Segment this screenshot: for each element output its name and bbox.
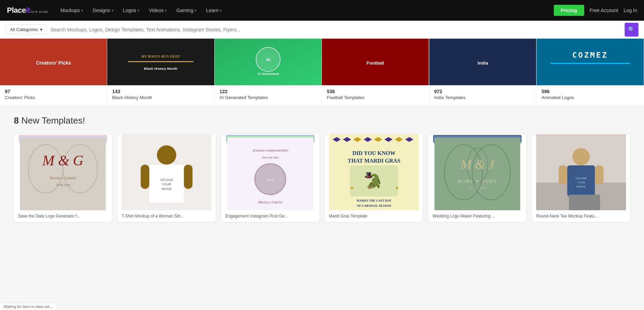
svg-rect-80 [559, 165, 567, 184]
svg-text:India: India [478, 60, 488, 66]
template-image: DID YOU KNOW THAT MARDI GRAS 🐊 🎩 ★ ★ MAR… [325, 134, 423, 210]
logo[interactable]: Placeit by ⊕ envato [7, 6, 48, 15]
svg-rect-81 [595, 165, 604, 184]
svg-text:UPLOAD: UPLOAD [160, 178, 173, 182]
category-card-india[interactable]: India 972 India Templates [429, 39, 536, 105]
nav-items: Mockups ▾ Designs ▾ Logos ▾ Videos ▾ Gam… [56, 5, 554, 16]
template-label: Save the Date Logo Generator f... [14, 210, 112, 222]
svg-text:¡Estamos comprometidos!: ¡Estamos comprometidos! [252, 148, 288, 152]
svg-text:OF CARNIVAL SEASON: OF CARNIVAL SEASON [357, 204, 391, 207]
nav-logos[interactable]: Logos ▾ [119, 5, 143, 16]
chevron-down-icon: ▾ [40, 27, 43, 32]
svg-text:MARY & JOHN: MARY & JOHN [458, 179, 497, 184]
template-card-tshirt-woman[interactable]: UPLOAD YOUR IMAGE T-Shirt Mockup of a Wo… [118, 134, 216, 222]
chevron-down-icon: ▾ [220, 9, 222, 12]
svg-text:Creators' Picks: Creators' Picks [36, 60, 71, 66]
svg-rect-82 [569, 195, 600, 210]
template-image: UPLOAD YOUR IMAGE [118, 134, 216, 210]
category-card-ai-templates[interactable]: AI AI Generated 122 AI Generated Templat… [215, 39, 322, 105]
nav-mockups[interactable]: Mockups ▾ [56, 5, 87, 16]
template-card-mardi-gras[interactable]: DID YOU KNOW THAT MARDI GRAS 🐊 🎩 ★ ★ MAR… [325, 134, 423, 222]
logo-text: Placeit [7, 6, 30, 15]
category-image: MY ROOTS RUN DEEP Black History Month [107, 39, 214, 85]
svg-rect-65 [435, 138, 520, 210]
template-label: Round-Neck Tee Mockup Featu... [532, 210, 630, 222]
template-card-engagement[interactable]: ¡Estamos comprometidos! Save the date Ph… [221, 134, 319, 222]
category-count: 143 [112, 89, 209, 94]
category-card-black-history[interactable]: MY ROOTS RUN DEEP Black History Month 14… [107, 39, 214, 105]
nav-videos[interactable]: Videos ▾ [145, 5, 171, 16]
template-image: ¡Estamos comprometidos! Save the date Ph… [221, 134, 319, 210]
navbar: Placeit by ⊕ envato Mockups ▾ Designs ▾ … [0, 0, 644, 21]
svg-text:19.08.2030: 19.08.2030 [56, 183, 70, 187]
category-count: 596 [541, 89, 639, 94]
category-name: Football Templates [327, 95, 424, 100]
category-image: AI AI Generated [215, 39, 321, 85]
svg-text:IMAGE: IMAGE [161, 187, 171, 191]
svg-rect-33 [141, 165, 149, 189]
search-button[interactable]: 🔍 [625, 23, 638, 37]
template-image: M & J MARY & JOHN 01 · 21 · 2045 [428, 134, 526, 210]
template-image: UPLOAD YOUR IMAGE [532, 134, 630, 210]
svg-text:01 · 21 · 2045: 01 · 21 · 2045 [469, 186, 486, 190]
category-count: 97 [5, 89, 102, 94]
svg-text:AI Generated: AI Generated [258, 72, 279, 76]
chevron-down-icon: ▾ [112, 9, 113, 12]
section-title: 8 New Templates! [14, 115, 630, 126]
category-info: 97 Creators' Picks [0, 85, 107, 105]
category-info: 972 India Templates [429, 85, 536, 105]
svg-text:MARKS THE LAST DAY: MARKS THE LAST DAY [356, 199, 392, 202]
nav-gaming[interactable]: Gaming ▾ [172, 5, 200, 16]
category-info: 536 Football Templates [322, 85, 429, 105]
svg-text:DID YOU KNOW: DID YOU KNOW [352, 150, 395, 156]
category-card-football[interactable]: Football 536 Football Templates [322, 39, 429, 105]
pricing-button[interactable]: Pricing [554, 5, 584, 16]
chevron-down-icon: ▾ [138, 9, 139, 12]
template-label: Wedding Logo Maker Featuring ... [428, 210, 526, 222]
category-label: All Categories [10, 27, 38, 32]
category-info: 122 AI Generated Templates [215, 85, 321, 105]
chevron-down-icon: ▾ [195, 9, 196, 12]
svg-text:Macias y Gabriel: Macias y Gabriel [258, 200, 282, 204]
search-icon: 🔍 [628, 26, 635, 33]
category-count: 536 [327, 89, 424, 94]
nav-right: Pricing Free Account Log In [554, 5, 637, 16]
svg-rect-5 [128, 61, 194, 62]
svg-rect-17 [551, 63, 630, 64]
svg-text:M & J: M & J [460, 157, 495, 172]
svg-point-75 [572, 148, 590, 165]
logo-sub: by ⊕ envato [31, 10, 48, 13]
svg-text:★: ★ [349, 185, 354, 191]
category-image: Creators' Picks [0, 39, 107, 85]
category-name: Animated Logos [541, 95, 639, 100]
categories-section: Creators' Picks 97 Creators' Picks MY RO… [0, 39, 644, 105]
login-button[interactable]: Log In [624, 8, 637, 13]
category-name: AI Generated Templates [220, 95, 317, 100]
category-image: Football [322, 39, 429, 85]
category-card-creators-picks[interactable]: Creators' Picks 97 Creators' Picks [0, 39, 107, 105]
template-label: T-Shirt Mockup of a Woman Sitt... [118, 210, 216, 222]
svg-text:🎩: 🎩 [364, 171, 373, 179]
category-image: COZMEZ [536, 39, 644, 85]
new-templates-section: 8 New Templates! M & G [0, 105, 644, 232]
svg-text:YOUR: YOUR [162, 183, 171, 186]
svg-text:UPLOAD: UPLOAD [576, 177, 587, 180]
template-card-wedding-logo[interactable]: M & J MARY & JOHN 01 · 21 · 2045 Wedding… [428, 134, 526, 222]
template-card-round-neck[interactable]: UPLOAD YOUR IMAGE Round-Neck Tee Mockup … [532, 134, 630, 222]
svg-text:COZMEZ: COZMEZ [572, 51, 608, 59]
search-input[interactable] [50, 27, 625, 32]
template-card-save-date[interactable]: M & G Macias y Gabriel 19.08.2030 Save t… [14, 134, 112, 222]
category-info: 596 Animated Logos [536, 85, 644, 105]
nav-designs[interactable]: Designs ▾ [88, 5, 118, 16]
nav-learn[interactable]: Learn ▾ [202, 5, 226, 16]
svg-text:IMAGE: IMAGE [577, 185, 586, 188]
svg-text:THAT MARDI GRAS: THAT MARDI GRAS [347, 158, 400, 164]
svg-rect-34 [184, 165, 193, 189]
category-card-animated-logos[interactable]: COZMEZ 596 Animated Logos [536, 39, 644, 105]
category-name: India Templates [434, 95, 531, 100]
svg-text:★: ★ [394, 185, 399, 191]
free-account-button[interactable]: Free Account [590, 8, 618, 13]
category-count: 972 [434, 89, 531, 94]
category-dropdown[interactable]: All Categories ▾ [6, 25, 47, 35]
svg-text:Save the date: Save the date [262, 156, 279, 159]
